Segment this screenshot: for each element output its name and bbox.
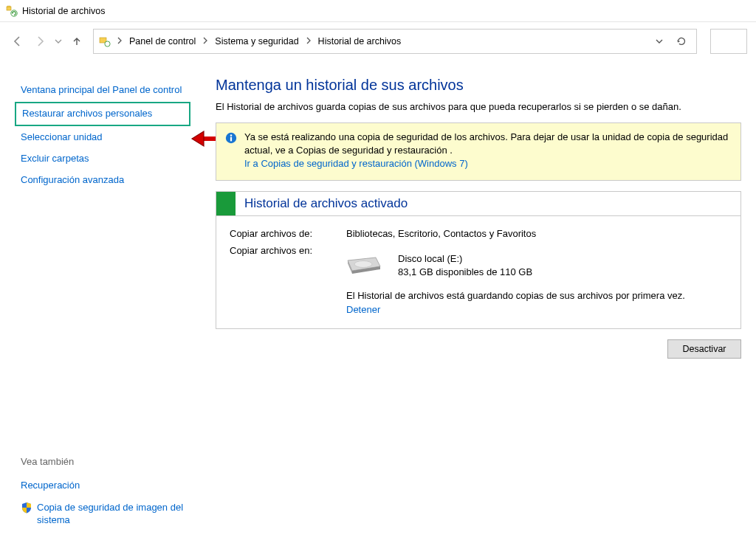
sidebar-item-advanced[interactable]: Configuración avanzada <box>21 170 185 191</box>
window-title: Historial de archivos <box>22 6 106 16</box>
nav-up-button[interactable] <box>68 32 86 50</box>
nav-back-button[interactable] <box>9 32 27 50</box>
breadcrumb-item-control-panel[interactable]: Panel de control <box>125 35 200 48</box>
saving-status-text: El Historial de archivos está guardando … <box>346 290 685 301</box>
breadcrumb-item-file-history[interactable]: Historial de archivos <box>314 35 406 48</box>
svg-rect-0 <box>7 7 11 10</box>
see-also-heading: Vea también <box>21 456 185 467</box>
status-panel: Historial de archivos activado Copiar ar… <box>216 191 741 330</box>
chevron-right-icon[interactable] <box>200 36 210 46</box>
shield-icon <box>21 502 32 514</box>
title-bar: Historial de archivos <box>0 0 756 22</box>
search-input[interactable] <box>710 29 747 54</box>
page-subtitle: El Historial de archivos guarda copias d… <box>216 101 741 112</box>
svg-point-4 <box>105 41 110 46</box>
breadcrumb[interactable]: Panel de control Sistema y seguridad His… <box>93 29 697 54</box>
main-content: Mantenga un historial de sus archivos El… <box>198 61 756 546</box>
chevron-right-icon[interactable] <box>303 36 314 46</box>
status-title: Historial de archivos activado <box>236 192 740 215</box>
copy-to-label: Copiar archivos en: <box>230 245 346 316</box>
disk-space: 83,1 GB disponibles de 110 GB <box>398 266 532 280</box>
disk-name: Disco local (E:) <box>398 252 532 266</box>
sidebar-item-restore[interactable]: Restaurar archivos personales <box>15 102 190 126</box>
sidebar-item-label: Copia de seguridad de imagen del sistema <box>37 501 185 527</box>
info-banner: Ya se está realizando una copia de segur… <box>216 122 741 181</box>
svg-point-6 <box>230 134 233 136</box>
page-heading: Mantenga un historial de sus archivos <box>216 77 741 94</box>
sidebar: Ventana principal del Panel de control R… <box>0 61 198 546</box>
svg-rect-1 <box>7 6 10 7</box>
sidebar-item-label: Recuperación <box>21 479 80 492</box>
folder-history-icon <box>98 35 111 48</box>
svg-point-2 <box>11 10 17 15</box>
file-history-icon <box>6 5 18 17</box>
status-header: Historial de archivos activado <box>216 192 740 216</box>
sidebar-item-main-panel[interactable]: Ventana principal del Panel de control <box>21 80 185 101</box>
nav-bar: Panel de control Sistema y seguridad His… <box>0 22 756 61</box>
breadcrumb-history-dropdown[interactable] <box>649 31 670 52</box>
info-banner-link[interactable]: Ir a Copias de seguridad y restauración … <box>244 158 468 169</box>
breadcrumb-item-system-security[interactable]: Sistema y seguridad <box>210 35 303 48</box>
status-indicator <box>216 192 236 215</box>
nav-forward-button[interactable] <box>31 32 49 50</box>
sidebar-item-select-drive[interactable]: Seleccionar unidad <box>21 127 185 148</box>
refresh-button[interactable] <box>671 31 692 52</box>
svg-rect-7 <box>230 137 232 142</box>
copy-from-value: Bibliotecas, Escritorio, Contactos y Fav… <box>346 228 727 239</box>
hard-drive-icon <box>343 255 385 276</box>
sidebar-item-recovery[interactable]: Recuperación <box>21 474 185 497</box>
chevron-right-icon[interactable] <box>114 36 125 46</box>
info-icon <box>225 132 237 144</box>
stop-link[interactable]: Detener <box>346 304 380 315</box>
sidebar-item-exclude[interactable]: Excluir carpetas <box>21 148 185 170</box>
copy-from-label: Copiar archivos de: <box>230 228 346 239</box>
sidebar-item-system-image[interactable]: Copia de seguridad de imagen del sistema <box>21 497 185 531</box>
info-banner-text: Ya se está realizando una copia de segur… <box>244 131 728 156</box>
deactivate-button[interactable]: Desactivar <box>667 339 741 359</box>
svg-point-8 <box>354 261 372 268</box>
nav-recent-dropdown[interactable] <box>53 32 63 50</box>
